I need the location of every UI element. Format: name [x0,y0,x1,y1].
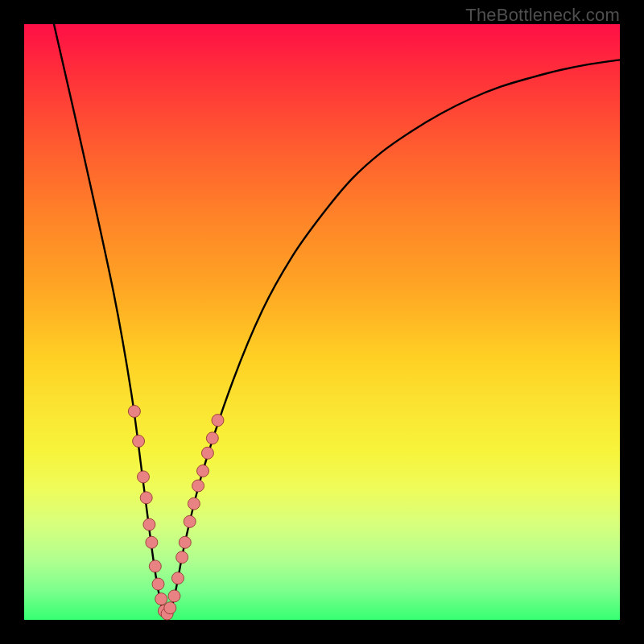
marker-dot [206,432,218,444]
bottleneck-curve [54,24,620,616]
marker-dot [143,518,155,530]
plot-area [24,24,620,620]
marker-dot [176,551,188,564]
marker-dot [192,480,204,492]
marker-dot [146,536,158,548]
marker-dot [184,515,196,527]
marker-dot [171,572,184,584]
marker-dot [197,465,209,477]
chart-svg [24,24,620,620]
watermark-text: TheBottleneck.com [465,5,620,26]
marker-dot [155,593,167,605]
marker-dot [128,406,140,418]
marker-dot [138,471,150,483]
marker-dot [179,536,191,548]
marker-dot [212,415,224,427]
marker-dot [149,560,161,572]
marker-dot [152,578,164,590]
chart-frame: TheBottleneck.com [0,0,644,644]
marker-dot [201,447,213,459]
marker-dot [168,590,180,602]
marker-dot [188,497,200,510]
marker-dot [140,492,152,504]
marker-dot [133,436,145,448]
marker-dot [164,602,176,614]
